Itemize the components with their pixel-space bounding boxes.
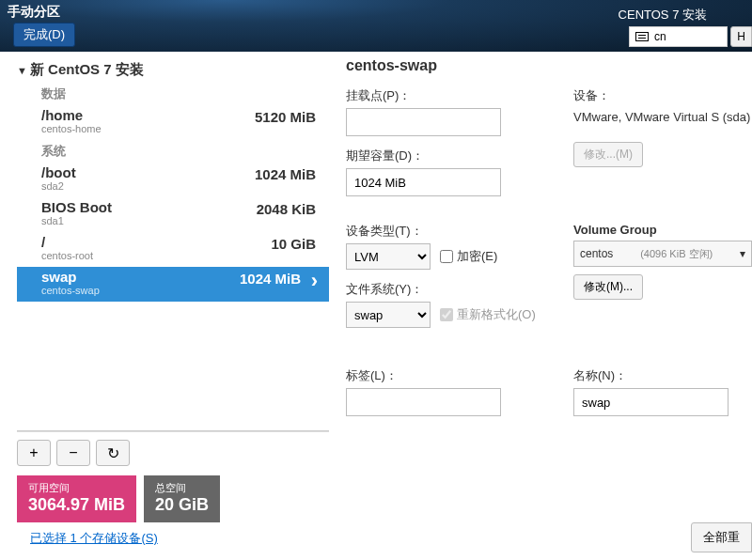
partition-size: 10 GiB (271, 236, 316, 252)
reset-all-button[interactable]: 全部重 (691, 522, 752, 552)
encrypt-input[interactable] (440, 250, 453, 263)
name-input[interactable] (573, 388, 728, 416)
vg-free: (4096 KiB 空闲) (640, 247, 713, 261)
vg-name: centos (580, 247, 613, 260)
reload-button[interactable] (96, 440, 130, 466)
partition-row-swap[interactable]: swap centos-swap 1024 MiB (17, 267, 329, 302)
reformat-input (440, 308, 453, 321)
mountpoint-label: 挂载点(P)： (346, 87, 553, 104)
label-label: 标签(L)： (346, 367, 553, 384)
install-root-node[interactable]: 新 CentOS 7 安装 (17, 57, 329, 83)
partition-size: 1024 MiB (255, 166, 316, 182)
device-type-select[interactable]: LVM (346, 243, 431, 270)
capacity-label: 期望容量(D)： (346, 148, 553, 164)
label-input[interactable] (346, 388, 501, 416)
partition-row-boot[interactable]: /boot sda2 1024 MiB (17, 163, 329, 197)
partition-size: 1024 MiB (240, 271, 301, 287)
keyboard-layout-label: cn (654, 30, 666, 43)
volume-group-label: Volume Group (573, 223, 752, 237)
details-title: centos-swap (346, 57, 752, 74)
keyboard-icon (635, 32, 649, 41)
modify-vg-button[interactable]: 修改(M)... (573, 274, 643, 300)
total-space-value: 20 GiB (155, 495, 209, 515)
page-title: 手动分区 (8, 4, 60, 21)
reformat-checkbox: 重新格式化(O) (440, 306, 536, 323)
partition-row-home[interactable]: /home centos-home 5120 MiB (17, 105, 329, 140)
partition-row-biosboot[interactable]: BIOS Boot sda1 2048 KiB (17, 197, 329, 232)
modify-device-button: 修改...(M) (573, 142, 643, 167)
category-data: 数据 (17, 83, 329, 105)
keyboard-layout-selector[interactable]: cn (629, 26, 728, 47)
available-space-label: 可用空间 (28, 481, 125, 495)
installer-title: CENTOS 7 安装 (619, 7, 707, 23)
details-panel: centos-swap 挂载点(P)： 期望容量(D)： 设备： VMware,… (329, 52, 752, 522)
help-button[interactable]: H (730, 26, 752, 47)
mountpoint-input[interactable] (346, 108, 501, 136)
chevron-down-icon: ▾ (740, 247, 745, 260)
device-label: 设备： (573, 87, 752, 104)
partition-sidebar: 新 CentOS 7 安装 数据 /home centos-home 5120 … (0, 52, 329, 522)
volume-group-select[interactable]: centos (4096 KiB 空闲) ▾ (573, 241, 752, 267)
capacity-input[interactable] (346, 168, 501, 196)
filesystem-label: 文件系统(Y)： (346, 281, 553, 298)
category-system: 系统 (17, 140, 329, 163)
done-button[interactable]: 完成(D) (13, 23, 75, 47)
top-bar: 手动分区 CENTOS 7 安装 完成(D) cn H (0, 0, 752, 52)
available-space-value: 3064.97 MiB (28, 495, 125, 515)
total-space-label: 总空间 (155, 481, 209, 495)
partition-size: 5120 MiB (255, 109, 316, 125)
partition-row-root[interactable]: / centos-root 10 GiB (17, 232, 329, 267)
device-type-label: 设备类型(T)： (346, 223, 553, 240)
remove-partition-button[interactable]: − (56, 440, 90, 466)
storage-devices-link[interactable]: 已选择 1 个存储设备(S) (15, 515, 158, 547)
partition-toolbar: + − (17, 431, 329, 475)
add-partition-button[interactable]: + (17, 440, 51, 466)
encrypt-checkbox[interactable]: 加密(E) (440, 248, 497, 265)
filesystem-select[interactable]: swap (346, 302, 431, 328)
partition-size: 2048 KiB (257, 201, 316, 217)
name-label: 名称(N)： (573, 367, 752, 384)
device-text: VMware, VMware Virtual S (sda) (573, 108, 752, 127)
